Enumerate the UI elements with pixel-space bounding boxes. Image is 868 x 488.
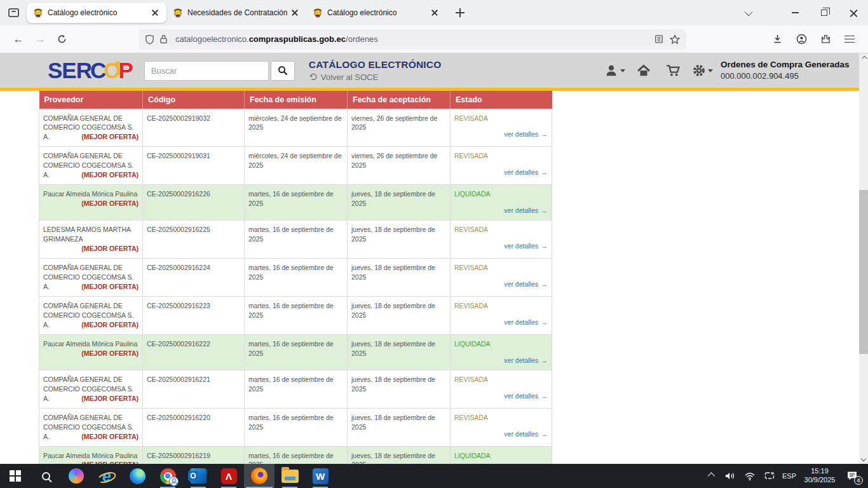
tab-close-icon[interactable] [149,6,161,19]
taskbar-file-explorer-button[interactable] [275,464,305,488]
scrollbar-thumb[interactable] [859,190,868,354]
settings-menu-button[interactable] [688,58,717,83]
back-button[interactable]: ← [8,29,29,50]
minimize-button[interactable] [780,0,810,25]
vertical-scrollbar[interactable] [859,53,868,464]
taskbar-internet-explorer-button[interactable]: e [92,464,122,488]
scroll-down-arrow[interactable] [859,454,868,464]
lock-icon[interactable] [159,34,168,44]
chevron-down-icon [620,69,625,72]
best-offer-label: (MEJOR OFERTA) [81,170,139,180]
cell-fecha-aceptacion: jueves, 18 de septiembre de 2025 [348,220,451,259]
firefox-view-button[interactable] [4,3,23,22]
detail-row-wrap: ver detalles→ [454,318,548,328]
browser-toolbar: ← → catalogoelectronico.compraspublicas.… [0,25,868,53]
windows-taskbar: e O Λ W ESP 15:19 30/9/ [0,464,868,488]
best-offer-label: (MEJOR OFERTA) [81,282,139,292]
tab-title: Necesidades de Contratación y [187,8,288,17]
cell-codigo: CE-20250002916222 [143,334,245,370]
ver-detalles-link[interactable]: ver detalles [504,168,538,176]
url-bar[interactable]: catalogoelectronico.compraspublicas.gob.… [139,29,686,50]
ver-detalles-link[interactable]: ver detalles [504,356,538,364]
cell-fecha-emision: martes, 16 de septiembre de 2025 [245,370,348,409]
ver-detalles-link[interactable]: ver detalles [504,318,538,326]
taskbar-edge-button[interactable] [122,464,153,488]
tray-display-connect[interactable] [762,464,777,488]
tab-close-icon[interactable] [428,6,441,19]
browser-tab-2[interactable]: Necesidades de Contratación y [166,3,306,23]
tray-language[interactable]: ESP [782,464,797,488]
new-tab-button[interactable] [451,4,469,22]
search-input[interactable] [144,61,269,81]
forward-button[interactable]: → [29,29,51,50]
col-proveedor: Proveedor [39,91,143,109]
bookmark-star-icon[interactable] [670,34,680,44]
restore-button[interactable] [810,0,839,25]
cell-codigo: CE-20250002916221 [143,370,245,409]
menu-button[interactable] [839,29,860,50]
ver-detalles-link[interactable]: ver detalles [504,130,538,138]
tray-clock[interactable]: 15:19 30/9/2025 [801,467,838,485]
firefox-view-icon [8,8,19,17]
start-button[interactable] [0,464,31,488]
reader-view-icon[interactable] [654,34,663,44]
back-to-soce-link[interactable]: Volver al SOCE [309,72,442,82]
orders-tbody: COMPAÑIA GENERAL DE COMERCIO COGECOMSA S… [39,109,552,482]
cell-estado: REVISADAver detalles→ [451,220,552,259]
cell-fecha-aceptacion: viernes, 26 de septiembre de 2025 [348,109,451,147]
taskbar-search-button[interactable] [31,464,61,488]
cell-estado: REVISADAver detalles→ [451,296,552,334]
taskbar-acrobat-button[interactable]: Λ [214,464,244,488]
ver-detalles-link[interactable]: ver detalles [504,392,538,400]
tab-close-icon[interactable] [288,6,301,19]
account-button[interactable] [790,29,812,50]
cell-fecha-emision: miércoles, 24 de septiembre de 2025 [245,109,348,147]
reload-button[interactable] [51,29,72,50]
notification-center-button[interactable]: 4 [843,464,862,488]
close-button[interactable] [839,0,868,25]
extensions-button[interactable] [815,29,836,50]
scroll-up-arrow[interactable] [859,53,868,64]
ver-detalles-link[interactable]: ver detalles [504,430,538,438]
taskbar-outlook-button[interactable]: O [183,464,214,488]
browser-tab-1[interactable]: Catálogo electrónico [27,3,166,23]
ver-detalles-link[interactable]: ver detalles [504,280,538,288]
taskbar-firefox-button[interactable] [244,464,275,488]
list-all-tabs-button[interactable] [736,0,763,25]
site-header: SERCOP CATÁLOGO ELECTRÓNICO Volver al SO… [0,53,868,88]
cell-codigo: CE-20250002916223 [143,296,245,334]
taskbar-chrome-button[interactable] [153,464,183,488]
cell-proveedor: COMPAÑIA GENERAL DE COMERCIO COGECOMSA S… [39,147,143,185]
orders-table: Proveedor Código Fecha de emisión Fecha … [39,91,552,482]
tray-network[interactable] [742,464,757,488]
status-badge: LIQUIDADA [454,339,548,349]
search-button[interactable] [271,61,295,81]
home-button[interactable] [629,58,658,83]
provider-name: Paucar Almeida Mónica Paulina [43,190,137,198]
tray-volume[interactable] [722,464,738,488]
taskbar-word-button[interactable]: W [305,464,336,488]
clock-time: 15:19 [801,467,838,476]
cell-fecha-aceptacion: jueves, 18 de septiembre de 2025 [348,370,451,409]
taskbar-copilot-button[interactable] [61,464,92,488]
table-row: COMPAÑIA GENERAL DE COMERCIO COGECOMSA S… [39,408,552,446]
ver-detalles-link[interactable]: ver detalles [504,207,538,214]
cell-codigo: CE-20250002916226 [143,184,245,220]
provider-name: LEDESMA RAMOS MARTHA GRIMANEZA [43,226,131,243]
cell-fecha-emision: martes, 16 de septiembre de 2025 [245,296,348,334]
shield-icon[interactable] [145,34,154,44]
user-menu-button[interactable] [600,58,629,83]
downloads-button[interactable] [766,29,788,50]
cart-button[interactable] [658,58,688,83]
browser-tab-3[interactable]: Catálogo electrónico [306,3,446,23]
status-badge: LIQUIDADA [454,189,548,199]
outlook-icon: O [190,468,207,484]
arrow-right-icon: → [541,242,548,250]
arrow-right-icon: → [541,130,548,138]
tray-show-hidden-icons[interactable] [703,464,718,488]
clock-date: 30/9/2025 [801,476,838,485]
sercop-logo[interactable]: SERCOP [48,58,133,83]
cell-estado: REVISADAver detalles→ [451,259,552,297]
ver-detalles-link[interactable]: ver detalles [504,242,538,250]
cell-fecha-emision: martes, 16 de septiembre de 2025 [245,408,348,446]
